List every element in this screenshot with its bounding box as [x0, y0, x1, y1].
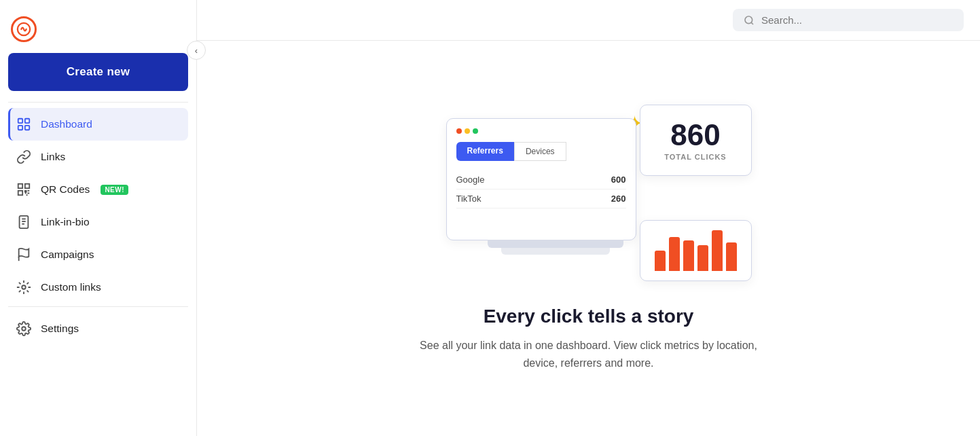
bar-3: [683, 240, 694, 271]
devices-tab: Devices: [514, 142, 566, 161]
sidebar-item-campaigns-label: Campaigns: [41, 249, 94, 261]
row-google-label: Google: [456, 175, 485, 185]
svg-rect-6: [25, 184, 29, 188]
sidebar-collapse-button[interactable]: ‹: [187, 41, 206, 60]
svg-point-15: [745, 16, 752, 24]
referrers-card: Referrers Devices Google 600 TikTok 260: [446, 118, 636, 240]
sidebar-item-link-in-bio[interactable]: Link-in-bio: [8, 206, 188, 238]
create-new-button[interactable]: Create new: [8, 53, 188, 91]
header: [197, 0, 980, 41]
sidebar-item-campaigns[interactable]: Campaigns: [8, 238, 188, 271]
svg-rect-1: [18, 119, 22, 123]
total-clicks-card: 860 TOTAL CLICKS: [640, 105, 752, 176]
logo-area: [8, 11, 188, 53]
qr-code-icon: [16, 182, 31, 197]
sidebar-divider-bottom: [8, 306, 188, 307]
row-tiktok-label: TikTok: [456, 194, 482, 204]
hero-section: ✦ Referrers Devices Google 600: [412, 105, 765, 371]
svg-point-14: [22, 327, 26, 331]
main-content: ✦ Referrers Devices Google 600: [197, 0, 980, 436]
bar-6: [726, 242, 737, 271]
sidebar-item-link-in-bio-label: Link-in-bio: [41, 216, 90, 228]
row-google-value: 600: [611, 175, 626, 185]
dashboard-illustration: ✦ Referrers Devices Google 600: [419, 105, 759, 281]
svg-rect-4: [25, 126, 29, 130]
sidebar-item-settings[interactable]: Settings: [8, 312, 188, 345]
bar-1: [655, 251, 666, 271]
logo-icon: [11, 16, 37, 42]
dashboard-icon: [16, 117, 31, 132]
svg-line-16: [751, 22, 753, 24]
sidebar-item-links[interactable]: Links: [8, 141, 188, 173]
links-icon: [16, 149, 31, 164]
bar-chart-card: [640, 220, 752, 281]
search-icon: [744, 15, 755, 26]
svg-rect-5: [18, 184, 22, 188]
total-clicks-number: 860: [670, 120, 720, 150]
sidebar-item-dashboard-label: Dashboard: [41, 118, 92, 130]
sidebar-item-settings-label: Settings: [41, 323, 79, 335]
search-bar[interactable]: [733, 9, 964, 31]
custom-links-icon: [16, 280, 31, 295]
search-input[interactable]: [761, 14, 953, 26]
bar-4: [697, 245, 708, 271]
sidebar-item-custom-links-label: Custom links: [41, 281, 101, 293]
sidebar-item-qr-label: QR Codes: [41, 183, 90, 196]
row-tiktok-value: 260: [611, 194, 626, 204]
bar-2: [669, 237, 680, 271]
svg-rect-2: [25, 119, 29, 123]
bar-5: [712, 230, 723, 271]
total-clicks-label: TOTAL CLICKS: [664, 153, 726, 161]
svg-point-13: [22, 285, 26, 289]
sidebar: Create new Dashboard Links: [0, 0, 197, 436]
svg-rect-7: [18, 191, 22, 195]
svg-rect-3: [18, 126, 22, 130]
settings-icon: [16, 321, 31, 336]
hero-subtitle: See all your link data in one dashboard.…: [412, 337, 765, 371]
link-in-bio-icon: [16, 215, 31, 230]
sidebar-item-dashboard[interactable]: Dashboard: [8, 108, 188, 141]
new-badge: NEW!: [101, 185, 128, 195]
hero-title: Every click tells a story: [484, 306, 694, 327]
hero-content: ✦ Referrers Devices Google 600: [197, 41, 980, 436]
campaigns-icon: [16, 247, 31, 262]
referrers-tab: Referrers: [456, 142, 514, 161]
sidebar-item-custom-links[interactable]: Custom links: [8, 271, 188, 304]
sidebar-item-qr-codes[interactable]: QR Codes NEW!: [8, 173, 188, 206]
sidebar-item-links-label: Links: [41, 151, 65, 163]
sidebar-divider: [8, 102, 188, 103]
